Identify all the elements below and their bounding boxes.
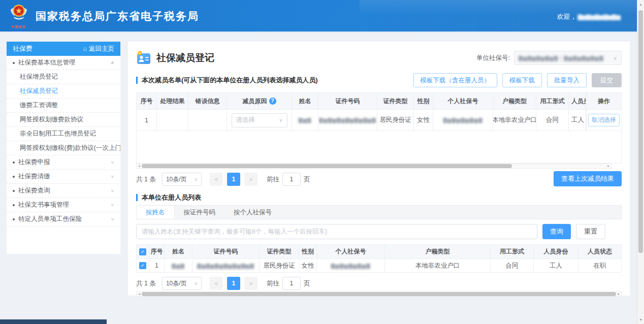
next-page-button[interactable]: > xyxy=(244,173,257,186)
sidebar-group-query[interactable]: 社保费查询 ∨ xyxy=(7,184,120,198)
chevron-down-icon: ∨ xyxy=(111,188,114,193)
col-index: 序号 xyxy=(149,245,165,258)
col-name: 姓名 xyxy=(165,245,192,258)
sidebar-item-label: 社保减员登记 xyxy=(20,87,58,95)
view-last-result-button[interactable]: 查看上次减员结果 xyxy=(554,171,622,186)
prev-page-button[interactable]: < xyxy=(210,173,223,186)
total-count: 共 1 条 xyxy=(136,175,156,184)
scroll-right-icon[interactable]: ▸ xyxy=(616,292,621,296)
search-input[interactable] xyxy=(136,224,537,239)
scroll-up-icon[interactable]: ▴ xyxy=(637,2,644,7)
help-icon[interactable]: ? xyxy=(269,98,276,105)
page-size-select[interactable]: 10条/页 ∨ xyxy=(162,173,202,186)
scrollbar-thumb[interactable] xyxy=(142,164,512,168)
search-row: 查询 重置 xyxy=(136,224,622,239)
sidebar-item-online-payment-agreement[interactable]: 网签授权划缴费款协议 xyxy=(7,113,120,127)
chevron-down-icon: ∨ xyxy=(614,55,617,61)
reason-placeholder: 请选择 xyxy=(236,116,255,124)
cell-status: 在职 xyxy=(578,258,621,272)
sidebar-group-label: 社保费基本信息管理 xyxy=(18,58,76,67)
total-count: 共 1 条 xyxy=(136,279,156,288)
bullet-icon xyxy=(13,190,15,192)
goto-page-input[interactable] xyxy=(282,277,301,290)
scrollbar-thumb[interactable] xyxy=(638,10,643,253)
reset-button[interactable]: 重置 xyxy=(576,224,605,239)
scrollbar-thumb[interactable] xyxy=(142,292,616,296)
chevron-down-icon: ∨ xyxy=(111,217,114,221)
sidebar-item-label: 社保增员登记 xyxy=(20,73,58,81)
cancel-select-button[interactable]: 取消选择 xyxy=(588,114,620,126)
sidebar-item-online-tax-agreement-onsite[interactable]: 网签授权划缴税(费)款协议(一次上门) xyxy=(7,141,120,155)
page-size-value: 10条/页 xyxy=(166,279,187,288)
sidebar: 社保费 ⌂ 返回主页 社保费基本信息管理 ∧ 社保增员登记 社保减员登记 缴费工… xyxy=(7,42,120,254)
current-page-button[interactable]: 1 xyxy=(227,277,240,290)
cell-action: 取消选择 xyxy=(586,109,621,131)
col-id-type: 证件类型 xyxy=(260,245,299,258)
search-button[interactable]: 查询 xyxy=(542,224,571,239)
bullet-icon xyxy=(13,218,15,220)
reason-select[interactable]: 请选择 ∨ xyxy=(232,113,287,127)
cell-gender: 女性 xyxy=(299,258,317,272)
section1-buttons: 模板下载（含在册人员） 模板下载 批量导入 提交 xyxy=(413,73,622,87)
tab-by-personal-ssn[interactable]: 按个人社保号 xyxy=(224,206,281,219)
bullet-icon xyxy=(13,204,15,206)
col-reason-label: 减员原因 xyxy=(243,97,267,106)
section1-title: 本次减员名单(可从下面的本单位在册人员列表选择减员人员) xyxy=(136,77,318,84)
page-header: 社保减员登记 单位社保号: ▇▆▇▆▇▆▇▆▇ | ▇▆▇▆▇▆▇▆▇ ∨ xyxy=(136,48,622,68)
redacted-name: ▇▆▇ xyxy=(172,263,185,269)
scroll-left-icon[interactable]: ◂ xyxy=(137,164,142,168)
return-home-link[interactable]: ⌂ 返回主页 xyxy=(83,45,114,53)
tab-by-name[interactable]: 按姓名 xyxy=(137,206,175,219)
chevron-down-icon: ∨ xyxy=(111,174,114,179)
col-name: 姓名 xyxy=(292,93,318,109)
sidebar-item-reduce-member[interactable]: 社保减员登记 xyxy=(7,84,120,99)
reduction-list-table: 序号 处理结果 错误信息 减员原因 ? 姓名 证件号码 证件类型 性别 个人社保… xyxy=(136,92,622,164)
sidebar-group-special-injury[interactable]: 特定人员单项工伤保险 ∨ xyxy=(7,212,120,226)
sidebar-item-label: 非全日制用工工伤增员登记 xyxy=(20,129,96,138)
batch-import-button[interactable]: 批量导入 xyxy=(547,73,587,87)
page-size-select[interactable]: 10条/页 ∨ xyxy=(162,277,202,290)
app-title: 国家税务总局广东省电子税务局 xyxy=(36,9,199,23)
scroll-left-icon[interactable]: ◂ xyxy=(137,292,142,296)
cell-id-type: 居民身份证 xyxy=(377,109,414,131)
unit-ssn-value: ▇▆▇▆▇▆▇▆▇ | ▇▆▇▆▇▆▇▆▇ xyxy=(519,55,604,61)
sidebar-item-add-member[interactable]: 社保增员登记 xyxy=(7,70,120,84)
tab-by-id-number[interactable]: 按证件号码 xyxy=(175,206,225,219)
chevron-down-icon: ∨ xyxy=(111,160,114,165)
sidebar-group-basic-info[interactable]: 社保费基本信息管理 ∧ xyxy=(7,56,120,70)
sidebar-item-parttime-injury-add[interactable]: 非全日制用工工伤增员登记 xyxy=(7,127,120,141)
col-identity: 人员身份 xyxy=(534,245,578,258)
app-header: 中国税务 国家税务总局广东省电子税务局 欢迎， ▇▆▇▆▇▆▇▆▇▆ xyxy=(0,0,644,33)
sidebar-group-declare[interactable]: 社保费申报 ∨ xyxy=(7,155,120,170)
submit-button[interactable]: 提交 xyxy=(592,73,622,87)
welcome-username: ▇▆▇▆▇▆▇▆▇▆ xyxy=(577,14,621,20)
template-download-button[interactable]: 模板下载 xyxy=(502,73,542,87)
bullet-icon xyxy=(13,161,15,164)
cell-index: 1 xyxy=(149,258,165,272)
current-page-button[interactable]: 1 xyxy=(227,173,240,186)
unit-ssn-select[interactable]: ▇▆▇▆▇▆▇▆▇ | ▇▆▇▆▇▆▇▆▇ ∨ xyxy=(514,51,622,65)
chevron-down-icon: ∨ xyxy=(194,281,198,286)
unit-ssn-box: 单位社保号: ▇▆▇▆▇▆▇▆▇ | ▇▆▇▆▇▆▇▆▇ ∨ xyxy=(476,51,622,65)
goto-page-input[interactable] xyxy=(282,173,301,186)
cell-identity: 工人 xyxy=(534,258,578,272)
next-page-button[interactable]: > xyxy=(244,277,257,290)
chevron-down-icon: ∨ xyxy=(111,203,114,207)
cell-employment: 合同 xyxy=(536,109,569,131)
cell-gender: 女性 xyxy=(414,109,433,131)
table-empty-area xyxy=(137,131,621,163)
sidebar-group-label: 社保费查询 xyxy=(18,186,50,195)
prev-page-button[interactable]: < xyxy=(210,277,223,290)
page-vertical-scrollbar: ▴ ▾ xyxy=(637,0,644,324)
sidebar-item-salary-adjust[interactable]: 缴费工资调整 xyxy=(7,99,120,113)
sidebar-group-documents[interactable]: 社保文书事项管理 ∨ xyxy=(7,198,120,212)
cell-reason: 请选择 ∨ xyxy=(227,109,292,131)
scroll-right-icon[interactable]: ▸ xyxy=(606,164,611,168)
row-checkbox[interactable]: ✓ xyxy=(139,262,146,269)
scroll-down-icon[interactable]: ▾ xyxy=(637,317,644,322)
sidebar-group-settle[interactable]: 社保费清缴 ∨ xyxy=(7,170,120,184)
select-all-checkbox[interactable]: ✓ xyxy=(139,248,146,255)
sidebar-group-label: 社保费清缴 xyxy=(18,172,50,181)
page-size-value: 10条/页 xyxy=(166,175,187,184)
template-download-with-members-button[interactable]: 模板下载（含在册人员） xyxy=(413,73,498,87)
